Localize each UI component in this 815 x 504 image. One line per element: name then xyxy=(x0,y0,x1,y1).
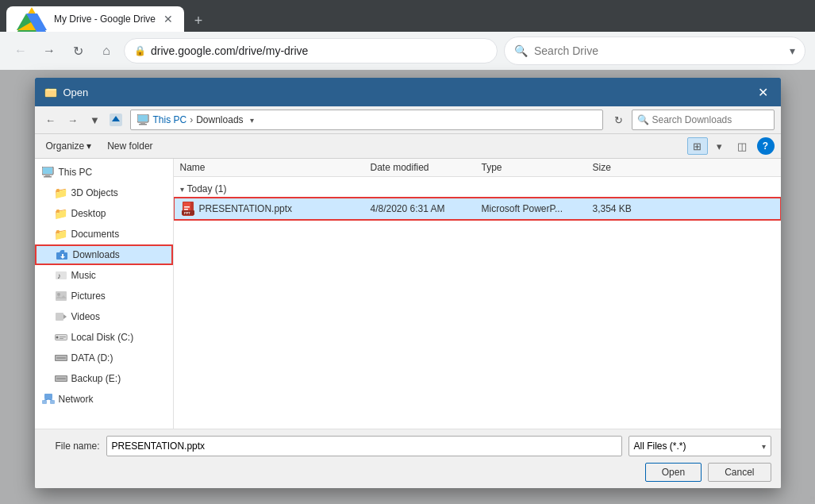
file-type-dropdown[interactable]: All Files (*.*) ▾ xyxy=(629,436,771,456)
dialog-title: Open xyxy=(44,86,89,98)
home-button[interactable]: ⌂ xyxy=(95,40,117,62)
sidebar-item-3d-objects[interactable]: 📁 3D Objects xyxy=(35,183,173,203)
dialog-search-input[interactable] xyxy=(652,114,755,125)
breadcrumb-downloads: Downloads xyxy=(196,114,243,125)
browser-chrome: My Drive - Google Drive ✕ + ← → ↻ ⌂ 🔒 dr… xyxy=(0,0,815,70)
dialog-dropdown-button[interactable]: ▼ xyxy=(86,110,105,129)
file-type-cell: Microsoft PowerP... xyxy=(482,203,593,214)
preview-pane-button[interactable]: ◫ xyxy=(732,137,752,155)
sidebar-item-data-d[interactable]: DATA (D:) xyxy=(35,348,173,368)
organize-button[interactable]: Organize ▾ xyxy=(41,139,97,153)
sidebar-item-this-pc[interactable]: This PC xyxy=(35,162,173,183)
documents-label: Documents xyxy=(71,229,120,240)
col-header-type[interactable]: Type xyxy=(482,162,593,173)
reload-button[interactable]: ↻ xyxy=(67,40,89,62)
this-pc-label: This PC xyxy=(59,167,93,178)
dialog-search-box[interactable]: 🔍 xyxy=(632,110,775,130)
pictures-icon xyxy=(54,290,68,302)
dialog-refresh-button[interactable]: ↻ xyxy=(609,110,629,129)
svg-text:PPT: PPT xyxy=(184,211,190,215)
left-panel: This PC 📁 3D Objects 📁 Desktop 📁 xyxy=(35,159,174,429)
col-header-name[interactable]: Name xyxy=(180,162,371,173)
dialog-overlay: Open ✕ ← → ▼ xyxy=(0,70,815,504)
group-label: Today (1) xyxy=(187,183,227,194)
drive-search-input[interactable] xyxy=(534,44,783,57)
breadcrumb-dropdown-icon[interactable]: ▾ xyxy=(250,116,254,125)
file-row-presentation[interactable]: PPT PRESENTATION.pptx 4/8/2020 6:31 AM M… xyxy=(174,198,781,220)
cancel-button[interactable]: Cancel xyxy=(708,463,771,482)
desktop-label: Desktop xyxy=(71,208,106,219)
svg-rect-12 xyxy=(140,122,145,124)
svg-point-24 xyxy=(57,293,60,296)
svg-line-42 xyxy=(48,399,52,400)
svg-rect-30 xyxy=(60,337,66,337)
file-name-row: File name: PRESENTATION.pptx All Files (… xyxy=(44,436,771,456)
downloads-icon xyxy=(56,248,70,261)
back-button[interactable]: ← xyxy=(10,40,32,62)
sidebar-item-videos[interactable]: Videos xyxy=(35,306,173,327)
sidebar-item-desktop[interactable]: 📁 Desktop xyxy=(35,203,173,224)
group-header-today[interactable]: ▾ Today (1) xyxy=(174,180,781,198)
tab-bar: My Drive - Google Drive ✕ + xyxy=(0,0,815,32)
dialog-organize-toolbar: Organize ▾ New folder ⊞ ▾ ◫ xyxy=(35,134,781,159)
open-button[interactable]: Open xyxy=(645,463,702,482)
svg-rect-40 xyxy=(50,400,55,404)
grid-view-icon: ⊞ xyxy=(693,140,702,152)
address-bar[interactable]: 🔒 drive.google.com/drive/my-drive xyxy=(124,38,498,63)
breadcrumb-this-pc[interactable]: This PC xyxy=(153,114,187,125)
sidebar-item-network[interactable]: Network xyxy=(35,389,173,410)
videos-label: Videos xyxy=(71,311,100,322)
grid-view-button[interactable]: ⊞ xyxy=(687,137,708,155)
sidebar-item-backup-e[interactable]: Backup (E:) xyxy=(35,368,173,389)
drive-favicon-icon xyxy=(16,6,48,33)
desktop-icon: 📁 xyxy=(54,207,68,220)
dialog-nav-toolbar: ← → ▼ xyxy=(35,106,781,134)
svg-rect-13 xyxy=(139,124,147,125)
svg-rect-15 xyxy=(43,167,52,174)
forward-button[interactable]: → xyxy=(38,40,60,62)
sidebar-item-music[interactable]: ♪ Music xyxy=(35,265,173,286)
file-name-field[interactable]: PRESENTATION.pptx xyxy=(106,436,622,456)
dialog-up-icon xyxy=(108,112,124,128)
sidebar-item-documents[interactable]: 📁 Documents xyxy=(35,224,173,244)
svg-rect-11 xyxy=(138,115,148,121)
drive-search-container: 🔍 ▾ xyxy=(504,37,805,65)
pictures-label: Pictures xyxy=(71,290,106,302)
documents-icon: 📁 xyxy=(54,228,68,240)
sidebar-item-downloads[interactable]: Downloads xyxy=(35,244,173,265)
svg-marker-26 xyxy=(63,314,67,319)
sidebar-item-pictures[interactable]: Pictures xyxy=(35,286,173,306)
dialog-back-button[interactable]: ← xyxy=(41,110,60,129)
new-folder-button[interactable]: New folder xyxy=(102,139,157,153)
svg-line-41 xyxy=(44,399,48,400)
col-header-date[interactable]: Date modified xyxy=(371,162,482,173)
browser-tab-drive[interactable]: My Drive - Google Drive ✕ xyxy=(6,6,184,32)
address-text: drive.google.com/drive/my-drive xyxy=(151,44,487,57)
dialog-title-bar: Open ✕ xyxy=(35,78,781,106)
file-list: ▾ Today (1) xyxy=(174,177,781,429)
new-tab-button[interactable]: + xyxy=(187,10,210,32)
dialog-forward-button[interactable]: → xyxy=(63,110,83,129)
svg-point-29 xyxy=(56,337,58,339)
list-view-button[interactable]: ▾ xyxy=(709,137,730,155)
help-icon: ? xyxy=(763,140,768,152)
dialog-bottom: File name: PRESENTATION.pptx All Files (… xyxy=(35,429,781,488)
preview-icon: ◫ xyxy=(737,140,747,152)
breadcrumb-bar[interactable]: This PC › Downloads ▾ xyxy=(130,110,603,130)
sidebar-item-local-disk-c[interactable]: Local Disk (C:) xyxy=(35,327,173,348)
svg-rect-47 xyxy=(184,209,188,210)
dialog-close-button[interactable]: ✕ xyxy=(755,84,771,100)
help-button[interactable]: ? xyxy=(757,137,775,155)
dialog-body: This PC 📁 3D Objects 📁 Desktop 📁 xyxy=(35,159,781,429)
tab-close-button[interactable]: ✕ xyxy=(162,13,175,25)
file-type-dropdown-arrow: ▾ xyxy=(762,442,766,451)
file-date-cell: 4/8/2020 6:31 AM xyxy=(371,203,482,214)
svg-rect-7 xyxy=(45,90,56,97)
network-icon xyxy=(41,393,56,406)
local-disk-c-label: Local Disk (C:) xyxy=(71,332,134,343)
col-header-size[interactable]: Size xyxy=(593,162,656,173)
svg-rect-31 xyxy=(60,338,63,339)
downloads-label: Downloads xyxy=(73,249,120,260)
svg-rect-25 xyxy=(56,313,63,321)
group-chevron-icon: ▾ xyxy=(180,185,184,194)
